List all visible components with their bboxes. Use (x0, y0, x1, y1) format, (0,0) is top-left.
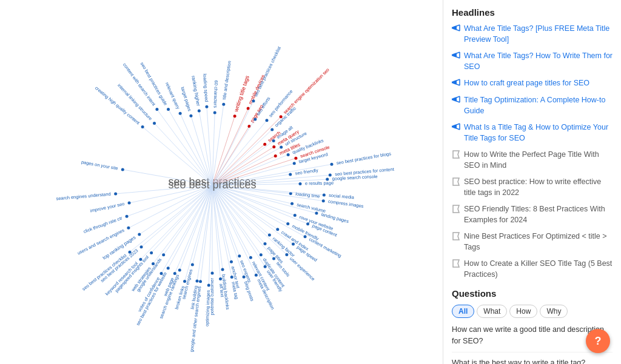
svg-text:landing pages: landing pages (321, 211, 350, 224)
filter-button-what[interactable]: What (477, 305, 507, 318)
svg-marker-255 (453, 124, 457, 129)
headline-item[interactable]: How to Write the Perfect Page Title With… (452, 150, 613, 171)
svg-point-166 (329, 173, 332, 176)
svg-text:60 characters: 60 characters (213, 80, 220, 108)
svg-point-208 (196, 279, 199, 282)
svg-text:creating high quality content: creating high quality content (94, 85, 141, 126)
headlines-list: What Are Title Tags? [Plus FREE Meta Tit… (452, 24, 613, 280)
svg-point-181 (292, 242, 295, 245)
svg-line-48 (212, 113, 215, 185)
headlines-title: Headlines (452, 7, 613, 18)
svg-line-174 (212, 185, 308, 224)
svg-point-133 (299, 182, 302, 185)
svg-point-226 (129, 250, 132, 253)
svg-marker-260 (453, 151, 459, 158)
svg-point-163 (331, 162, 334, 165)
svg-point-40 (190, 114, 193, 117)
svg-text:e results page: e results page (305, 180, 334, 186)
filter-button-how[interactable]: How (509, 305, 537, 318)
svg-marker-240 (453, 53, 457, 58)
headline-item[interactable]: SEO best practice: How to write effectiv… (452, 177, 613, 198)
filter-button-all[interactable]: All (452, 305, 474, 318)
filter-button-why[interactable]: Why (540, 305, 568, 318)
svg-marker-235 (453, 25, 457, 30)
svg-point-64 (126, 214, 129, 217)
headline-item[interactable]: What Are Title Tags? How To Write Them f… (452, 51, 613, 72)
filter-buttons: AllWhatHowWhy (452, 305, 613, 318)
radial-svg: seo best practices // We'll draw the rad… (0, 7, 425, 358)
svg-point-16 (273, 145, 276, 148)
svg-point-172 (315, 211, 318, 214)
svg-point-31 (156, 108, 159, 111)
svg-line-219 (153, 185, 212, 263)
headline-item[interactable]: What Is a Title Tag & How to Optimize Yo… (452, 122, 613, 144)
svg-text:alt text: alt text (219, 283, 226, 297)
headline-item[interactable]: How to craft great page titles for SEO (452, 78, 613, 89)
svg-line-183 (212, 185, 287, 255)
svg-point-214 (173, 271, 176, 274)
svg-point-175 (307, 222, 310, 225)
svg-line-69 (139, 185, 212, 234)
svg-point-151 (271, 128, 274, 131)
headline-item[interactable]: How to Create a Killer SEO Title Tag (5 … (452, 259, 613, 280)
svg-point-22 (295, 156, 298, 159)
headline-item[interactable]: SEO Friendly Titles: 8 Best Practices Wi… (452, 204, 613, 225)
svg-text:seo best practices for blogs: seo best practices for blogs (336, 151, 392, 166)
svg-text:relevant query: relevant query (164, 81, 181, 110)
svg-point-76 (150, 251, 153, 254)
svg-point-1 (233, 114, 237, 117)
right-panel: Headlines What Are Title Tags? [Plus FRE… (443, 0, 621, 364)
headline-item[interactable]: What Are Title Tags? [Plus FREE Meta Tit… (452, 24, 613, 45)
headline-item[interactable]: Title Tag Optimization: A Complete How-t… (452, 95, 613, 116)
flag-icon (452, 232, 460, 242)
svg-point-139 (293, 162, 296, 165)
svg-point-91 (199, 280, 202, 283)
megaphone-icon (452, 123, 460, 133)
svg-text:compress images: compress images (328, 198, 364, 208)
svg-point-7 (248, 124, 251, 127)
svg-text:internal linking structure: internal linking structure (117, 82, 154, 121)
svg-rect-246 (452, 82, 454, 84)
svg-line-117 (212, 185, 278, 230)
svg-marker-250 (453, 97, 457, 102)
question-item: What is the best way to write a title ta… (452, 357, 613, 365)
svg-text:pages on your site: pages on your site (81, 159, 119, 171)
svg-point-58 (114, 192, 117, 195)
headline-text: Title Tag Optimization: A Complete How-t… (464, 95, 613, 116)
svg-point-121 (287, 222, 290, 225)
svg-text:optimizing images: optimizing images (204, 290, 211, 326)
headline-item[interactable]: Nine Best Practices For Optimized < titl… (452, 231, 613, 253)
svg-text:ranking higher: ranking higher (190, 75, 201, 107)
help-button[interactable]: ? (586, 329, 610, 353)
svg-point-34 (167, 107, 170, 110)
svg-marker-245 (453, 80, 457, 85)
headline-text: What Are Title Tags? How To Write Them f… (464, 51, 613, 72)
svg-rect-256 (452, 126, 454, 128)
svg-point-88 (191, 263, 194, 266)
svg-point-229 (323, 193, 326, 196)
svg-point-232 (326, 177, 329, 180)
svg-point-199 (230, 276, 233, 279)
svg-text:seo best practices checklist: seo best practices checklist (253, 45, 283, 98)
megaphone-icon (452, 51, 460, 62)
svg-text:loading time: loading time (295, 191, 320, 199)
svg-text:blog posts: blog posts (243, 280, 255, 302)
svg-rect-241 (452, 55, 454, 56)
svg-point-61 (128, 201, 131, 204)
svg-point-94 (211, 271, 214, 274)
svg-rect-251 (452, 99, 454, 101)
svg-point-100 (230, 260, 233, 263)
svg-line-30 (157, 109, 212, 185)
svg-point-73 (140, 245, 143, 248)
headline-text: SEO Friendly Titles: 8 Best Practices Wi… (464, 204, 613, 225)
svg-point-13 (264, 142, 267, 145)
svg-point-67 (127, 226, 130, 229)
svg-point-109 (260, 253, 263, 256)
svg-point-37 (179, 111, 182, 114)
svg-point-223 (139, 257, 143, 260)
svg-point-190 (264, 265, 267, 268)
svg-point-220 (152, 262, 155, 265)
svg-marker-263 (453, 233, 459, 240)
svg-point-46 (206, 105, 209, 108)
headline-text: How to craft great page titles for SEO (464, 78, 589, 89)
